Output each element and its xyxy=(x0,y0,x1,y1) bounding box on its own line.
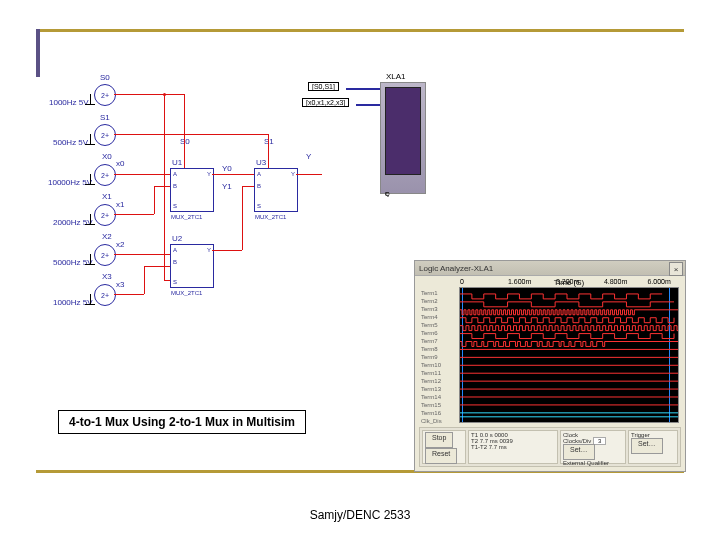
accent-bar-left xyxy=(36,29,40,77)
mux-U1: AY B S MUX_2TC1 xyxy=(170,168,214,212)
src-label-S0: S0 xyxy=(100,73,110,82)
src-x3: 2+ xyxy=(94,284,116,306)
la-titlebar[interactable]: Logic Analyzer-XLA1 × xyxy=(415,261,685,276)
mux-U3-ref: U3 xyxy=(256,158,266,167)
la-stop-button[interactable]: Stop xyxy=(425,432,453,448)
src-label-X3: X3 xyxy=(102,272,112,281)
mux-U2-ref: U2 xyxy=(172,234,182,243)
src-S0: 2+ xyxy=(94,84,116,106)
src-sub-x0: x0 xyxy=(116,159,124,168)
instrument-ref: XLA1 xyxy=(386,72,406,81)
la-reset-button[interactable]: Reset xyxy=(425,448,457,464)
net-Y: Y xyxy=(306,152,311,161)
la-waveforms-svg xyxy=(460,288,678,421)
src-x0: 2+ xyxy=(94,164,116,186)
src-freq-x2: 5000Hz 5V xyxy=(53,258,93,267)
la-trigger-set-button[interactable]: Set… xyxy=(631,438,663,454)
schematic-diagram: S0 2+ 1000Hz 5V S1 2+ 500Hz 5V X0 x0 2+ … xyxy=(50,80,430,400)
footer-text: Samjy/DENC 2533 xyxy=(0,508,720,522)
src-sub-x2: x2 xyxy=(116,240,124,249)
src-sub-x1: x1 xyxy=(116,200,124,209)
caption-box: 4-to-1 Mux Using 2-to-1 Mux in Multisim xyxy=(58,410,306,434)
src-freq-S1: 500Hz 5V xyxy=(53,138,88,147)
net-Y0: Y0 xyxy=(222,164,232,173)
la-title: Logic Analyzer-XLA1 xyxy=(419,264,493,273)
close-icon[interactable]: × xyxy=(669,262,683,276)
accent-rule-top xyxy=(36,29,684,32)
bus-sel-label: [S0,S1] xyxy=(308,82,339,91)
src-S1: 2+ xyxy=(94,124,116,146)
logic-analyzer-window: Logic Analyzer-XLA1 × Term1 Term2 Term3 … xyxy=(414,260,686,472)
la-signal-labels: Term1 Term2 Term3 Term4 Term5 Term6 Term… xyxy=(421,289,457,441)
src-x2: 2+ xyxy=(94,244,116,266)
src-label-S1: S1 xyxy=(100,113,110,122)
src-freq-x1: 2000Hz 5V xyxy=(53,218,93,227)
src-x1: 2+ xyxy=(94,204,116,226)
caption-text: 4-to-1 Mux Using 2-to-1 Mux in Multisim xyxy=(69,415,295,429)
src-label-X1: X1 xyxy=(102,192,112,201)
mux-U1-ref: U1 xyxy=(172,158,182,167)
src-freq-x3: 1000Hz 5V xyxy=(53,298,93,307)
src-label-X2: X2 xyxy=(102,232,112,241)
mux-U3: AY B S MUX_2TC1 xyxy=(254,168,298,212)
la-clockdiv-input[interactable]: 3 xyxy=(593,437,606,445)
bus-x-label: [x0,x1,x2,x3] xyxy=(302,98,349,107)
la-clock-set-button[interactable]: Set… xyxy=(563,444,595,460)
mux-U2: AY B S MUX_2TC1 xyxy=(170,244,214,288)
la-control-panel: Stop Reset T1 0.0 s 0000 T2 7.7 ms 0039 … xyxy=(419,427,681,467)
src-sub-x3: x3 xyxy=(116,280,124,289)
src-label-X0: X0 xyxy=(102,152,112,161)
net-Y1: Y1 xyxy=(222,182,232,191)
src-freq-S0: 1000Hz 5V xyxy=(49,98,89,107)
la-waveform-area[interactable]: Time (S) 0 1.600m 3.200m 4.800m 6.000m xyxy=(459,287,679,423)
src-freq-x0: 10000Hz 5V xyxy=(48,178,92,187)
